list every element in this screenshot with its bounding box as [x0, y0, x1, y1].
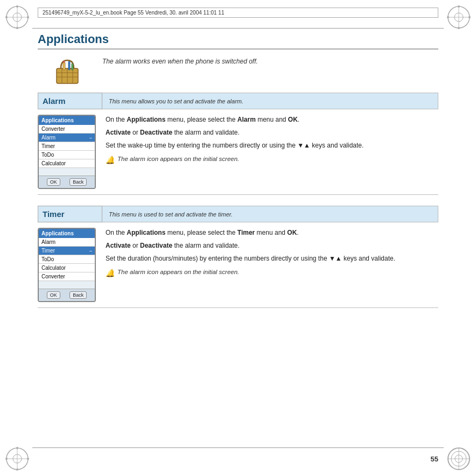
- svg-point-12: [458, 5, 460, 8]
- corner-decoration-tr: [446, 4, 472, 30]
- alarm-description: On the Applications menu, please select …: [106, 115, 438, 189]
- timer-ok-button: OK: [47, 291, 60, 299]
- page-title: Applications: [38, 32, 438, 50]
- alarm-note: 🔔 The alarm icon appears on the initial …: [106, 154, 438, 166]
- timer-bell-icon: 🔔: [106, 267, 115, 279]
- svg-rect-35: [63, 62, 65, 70]
- timer-menu-area: Alarm Timer– ToDo Calculator Converter: [39, 238, 95, 289]
- alarm-section-header: Alarm This menu allows you to set and ac…: [38, 93, 438, 109]
- timer-menu-todo: ToDo: [39, 255, 95, 264]
- alarm-subtitle: This menu allows you to set and activate…: [109, 98, 243, 104]
- alarm-title-cell: Alarm: [38, 93, 102, 109]
- alarm-menu-calculator: Calculator: [39, 159, 95, 168]
- alarm-desc-line1: On the Applications menu, please select …: [106, 115, 438, 125]
- alarm-menu-timer: Timer: [39, 142, 95, 151]
- alarm-desc-line2: Activate or Deactivate the alarm and val…: [106, 128, 438, 138]
- timer-phone-screen: Applications Alarm Timer– ToDo Calculato…: [38, 228, 96, 302]
- svg-point-15: [468, 16, 471, 18]
- timer-section-body: Applications Alarm Timer– ToDo Calculato…: [38, 222, 438, 308]
- timer-note-text: The alarm icon appears on the initial sc…: [117, 267, 239, 277]
- timer-back-button: Back: [69, 291, 87, 299]
- top-bar-text: 251496749_myX-5-2_lu_en.book Page 55 Ven…: [43, 10, 224, 16]
- alarm-menu-area: Converter Alarm– Timer ToDo Calculator: [39, 125, 95, 176]
- timer-subtitle: This menu is used to set and activate th…: [109, 211, 233, 218]
- svg-point-4: [16, 5, 18, 8]
- alarm-desc-line3: Set the wake-up time by entering the num…: [106, 141, 438, 151]
- timer-title-cell: Timer: [38, 206, 102, 222]
- alarm-bell-icon: 🔔: [106, 154, 115, 166]
- timer-subtitle-cell: This menu is used to set and activate th…: [102, 206, 438, 222]
- svg-point-23: [27, 458, 29, 460]
- svg-rect-37: [72, 64, 73, 70]
- alarm-phone-screen: Applications Converter Alarm– Timer ToDo…: [38, 115, 96, 189]
- alarm-phone-title: Applications: [39, 116, 95, 125]
- svg-point-21: [16, 468, 18, 471]
- timer-menu-calculator: Calculator: [39, 264, 95, 272]
- alarm-note-text: The alarm icon appears on the initial sc…: [117, 154, 239, 164]
- timer-phone-buttons: OK Back: [39, 289, 95, 301]
- timer-menu-timer: Timer–: [39, 247, 95, 255]
- alarm-menu-todo: ToDo: [39, 151, 95, 159]
- alarm-section-body: Applications Converter Alarm– Timer ToDo…: [38, 109, 438, 195]
- corner-decoration-br: [446, 446, 472, 472]
- timer-desc-line1: On the Applications menu, please select …: [106, 228, 438, 238]
- timer-desc-line3: Set the duration (hours/minutes) by ente…: [106, 254, 438, 264]
- alarm-subtitle-cell: This menu allows you to set and activate…: [102, 93, 438, 109]
- alarm-back-button: Back: [69, 178, 87, 186]
- timer-description: On the Applications menu, please select …: [106, 228, 438, 302]
- alarm-menu-converter: Converter: [39, 125, 95, 134]
- top-info-bar: 251496749_myX-5-2_lu_en.book Page 55 Ven…: [38, 8, 438, 18]
- timer-section-header: Timer This menu is used to set and activ…: [38, 206, 438, 222]
- corner-decoration-bl: [4, 446, 30, 472]
- timer-desc-line2: Activate or Deactivate the alarm and val…: [106, 241, 438, 251]
- timer-title: Timer: [43, 209, 65, 219]
- timer-note: 🔔 The alarm icon appears on the initial …: [106, 267, 438, 279]
- timer-phone-title: Applications: [39, 229, 95, 238]
- svg-point-7: [27, 16, 29, 18]
- svg-point-5: [16, 27, 18, 29]
- svg-point-20: [16, 447, 18, 449]
- alarm-phone-buttons: OK Back: [39, 176, 95, 188]
- svg-point-22: [5, 458, 8, 460]
- timer-menu-converter: Converter: [39, 272, 95, 281]
- top-divider: [32, 28, 444, 29]
- alarm-title: Alarm: [43, 96, 66, 106]
- phone-basket-icon: [51, 55, 83, 87]
- alarm-menu-alarm: Alarm–: [39, 134, 95, 142]
- bottom-divider: [32, 447, 444, 448]
- alarm-ok-button: OK: [47, 178, 60, 186]
- timer-menu-alarm: Alarm: [39, 238, 95, 247]
- svg-point-14: [447, 16, 449, 18]
- intro-text: The alarm works even when the phone is s…: [102, 58, 438, 65]
- page-number: 55: [431, 455, 438, 463]
- svg-point-6: [5, 16, 8, 18]
- main-content: Applications: [38, 32, 438, 444]
- svg-point-13: [458, 27, 460, 29]
- corner-decoration-tl: [4, 4, 30, 30]
- svg-rect-36: [68, 61, 70, 70]
